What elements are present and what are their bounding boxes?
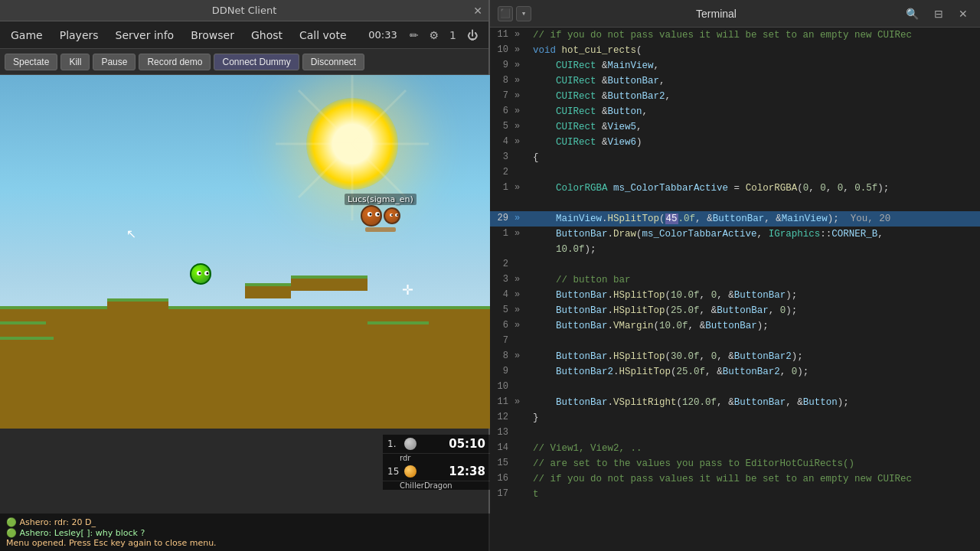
terminal-close-btn[interactable]: ✕ (954, 6, 972, 21)
connect-dummy-button[interactable]: Connect Dummy (214, 54, 299, 70)
terminal-search-btn[interactable]: 🔍 (901, 6, 923, 21)
game-timer: 00:33 (364, 29, 401, 41)
menu-item-browser[interactable]: Browser (183, 26, 242, 44)
plat-small-2 (0, 306, 38, 321)
code-line-11: 11 » // if you do not pass values it wil… (490, 28, 980, 43)
plat-small-3 (0, 321, 46, 337)
svg-line-7 (299, 90, 352, 144)
menu-item-game[interactable]: Game (3, 26, 51, 44)
code-line-16: 16 // if you do not pass values it will … (490, 471, 980, 487)
code-line-12: 12 } (490, 410, 980, 425)
player-lucs-body (361, 205, 382, 227)
plat-small-6 (245, 283, 291, 298)
menu-icons: 00:33 ✏ ⚙ 1 ⏻ (364, 28, 485, 43)
kill-button[interactable]: Kill (60, 54, 90, 70)
plat-small-1 (0, 337, 54, 352)
code-line-29: 29 » MainView.HSplitTop(45.0f, &ButtonBa… (490, 211, 980, 227)
settings-icon[interactable]: ⚙ (426, 28, 443, 43)
score-row-2: 15 12:38 (383, 462, 490, 481)
score-time-1: 05:10 (449, 437, 485, 451)
code-line-17: 17 t (490, 487, 980, 502)
code-line-1: 1 » ColorRGBA ms_ColorTabbarActive = Col… (490, 181, 980, 196)
score-name-1: rdr (383, 454, 490, 462)
record-demo-button[interactable]: Record demo (139, 54, 211, 70)
code-line-8b: 8 » ButtonBar.HSplitTop(30.0f, 0, &Butto… (490, 349, 980, 364)
player-green (190, 263, 211, 285)
score-icon-1 (404, 438, 416, 450)
code-line-14: 14 // View1, View2, .. (490, 441, 980, 456)
terminal-split-btn[interactable]: ⊟ (929, 6, 948, 21)
player-lucs-body2 (384, 207, 400, 224)
game-cursor: ↖ (126, 227, 136, 241)
sys-msg: Menu opened. Press Esc key again to clos… (6, 538, 484, 548)
code-line-4b: 4 » ButtonBar.HSplitTop(10.0f, 0, &Butto… (490, 288, 980, 303)
terminal-title: Terminal (537, 8, 895, 20)
ddnet-title-bar: DDNet Client ✕ (0, 0, 488, 21)
code-line-1b: 1 » ButtonBar.Draw(ms_ColorTabbarActive,… (490, 227, 980, 242)
code-line-2: 2 (490, 165, 980, 181)
code-line-10: 10 » void hot_cui_rects( (490, 43, 980, 58)
plat-small-5 (168, 306, 245, 321)
code-line-7: 7 » CUIRect &ButtonBar2, (490, 89, 980, 104)
plat-small-8 (368, 321, 429, 337)
code-editor: 11 » // if you do not pass values it wil… (490, 28, 980, 502)
player-count-icon: 1 (446, 28, 459, 43)
score-panel: 1. 05:10 rdr 15 12:38 ChillerDragon (383, 435, 490, 490)
player-lucs: Lucs(sigma_en) (345, 194, 416, 232)
svg-line-5 (299, 144, 352, 197)
code-line-11b: 11 » ButtonBar.VSplitRight(120.0f, &Butt… (490, 395, 980, 410)
code-line-9b: 9 ButtonBar2.HSplitTop(25.0f, &ButtonBar… (490, 364, 980, 380)
sun-container (306, 98, 398, 190)
svg-point-9 (369, 214, 371, 216)
score-name-2: ChillerDragon (383, 481, 490, 490)
disconnect-button[interactable]: Disconnect (302, 54, 364, 70)
menu-item-server-info[interactable]: Server info (108, 26, 182, 44)
code-line-2b: 2 (490, 257, 980, 272)
svg-point-15 (397, 214, 398, 216)
terminal-tab-arrow[interactable]: ▾ (516, 6, 531, 21)
code-line-7b: 7 (490, 334, 980, 349)
terminal-tab-bar: ⬛ ▾ (498, 6, 531, 21)
score-rank-2: 15 (387, 466, 400, 477)
info-bar: 🟢 Ashero: rdr: 20 D_ 🟢 Ashero: Lesley[ ]… (0, 514, 490, 551)
score-row-1: 1. 05:10 (383, 435, 490, 454)
svg-point-19 (207, 272, 209, 275)
power-icon[interactable]: ⏻ (464, 28, 481, 43)
code-line-10b: 10 (490, 380, 980, 395)
code-line-8: 8 » CUIRect &ButtonBar, (490, 73, 980, 89)
score-time-2: 12:38 (449, 465, 485, 478)
code-line-15: 15 // are set to the values you pass to … (490, 456, 980, 471)
code-line-6b: 6 » ButtonBar.VMargin(10.0f, &ButtonBar)… (490, 318, 980, 334)
code-line-13: 13 (490, 425, 980, 441)
ddnet-close-btn[interactable]: ✕ (473, 5, 482, 17)
score-icon-2 (404, 465, 416, 478)
edit-icon[interactable]: ✏ (407, 28, 422, 43)
score-rank-1: 1. (387, 439, 400, 449)
code-line-5: 5 » CUIRect &View5, (490, 119, 980, 135)
code-line-cont: 10.0f); (490, 242, 980, 257)
menu-item-call-vote[interactable]: Call vote (292, 26, 354, 44)
menu-item-players[interactable]: Players (52, 26, 106, 44)
terminal-panel: ⬛ ▾ Terminal 🔍 ⊟ ✕ 11 » // if you do not… (490, 0, 980, 551)
action-bar: Spectate Kill Pause Record demo Connect … (0, 49, 488, 75)
menu-item-ghost[interactable]: Ghost (243, 26, 290, 44)
plat-small-4 (107, 298, 168, 314)
code-line-empty1 (490, 196, 980, 211)
code-line-4: 4 » CUIRect &View6) (490, 135, 980, 150)
game-canvas: Lucs(sigma_en) (0, 75, 490, 551)
ddnet-title: DDNet Client (212, 5, 277, 16)
svg-point-11 (377, 214, 379, 216)
spectate-button[interactable]: Spectate (5, 54, 57, 70)
crosshair-cursor: ✛ (402, 282, 413, 298)
player-lucs-face (362, 205, 381, 227)
svg-point-13 (391, 214, 393, 216)
pause-button[interactable]: Pause (93, 54, 136, 70)
player-lucs-name: Lucs(sigma_en) (345, 194, 416, 205)
svg-point-17 (199, 272, 201, 275)
terminal-tab-icon[interactable]: ⬛ (498, 6, 513, 21)
plat-small-7 (291, 276, 368, 291)
code-line-9: 9 » CUIRect &MainView, (490, 58, 980, 73)
player-green-face (191, 263, 210, 285)
code-line-3b: 3 » // button bar (490, 272, 980, 288)
code-line-3: 3 { (490, 150, 980, 165)
